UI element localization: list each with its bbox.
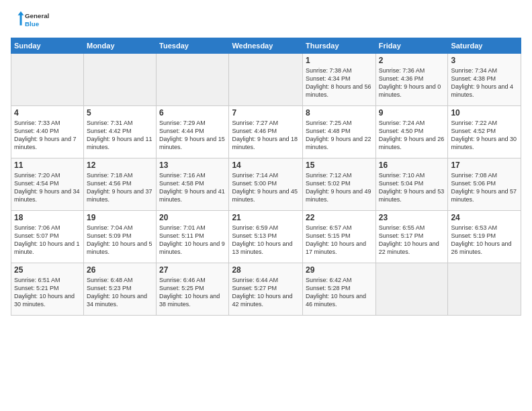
- day-number: 10: [451, 108, 518, 118]
- day-number: 28: [232, 265, 300, 275]
- calendar-cell: [229, 54, 303, 106]
- day-detail: Sunrise: 7:27 AM Sunset: 4:46 PM Dayligh…: [232, 119, 300, 152]
- day-detail: Sunrise: 7:14 AM Sunset: 5:00 PM Dayligh…: [232, 171, 300, 204]
- day-detail: Sunrise: 6:57 AM Sunset: 5:15 PM Dayligh…: [306, 224, 373, 257]
- day-detail: Sunrise: 6:46 AM Sunset: 5:25 PM Dayligh…: [159, 276, 226, 309]
- day-detail: Sunrise: 6:59 AM Sunset: 5:13 PM Dayligh…: [232, 224, 300, 257]
- day-number: 13: [159, 161, 226, 170]
- day-number: 18: [14, 213, 81, 222]
- day-number: 21: [232, 213, 300, 222]
- calendar-cell: [83, 54, 156, 106]
- day-detail: Sunrise: 7:16 AM Sunset: 4:58 PM Dayligh…: [159, 171, 226, 204]
- day-detail: Sunrise: 7:33 AM Sunset: 4:40 PM Dayligh…: [14, 119, 81, 152]
- day-detail: Sunrise: 7:08 AM Sunset: 5:06 PM Dayligh…: [451, 171, 518, 204]
- calendar-cell: 26Sunrise: 6:48 AM Sunset: 5:23 PM Dayli…: [83, 263, 156, 316]
- day-number: 4: [14, 108, 81, 118]
- calendar-cell: 5Sunrise: 7:31 AM Sunset: 4:42 PM Daylig…: [83, 106, 156, 158]
- day-number: 3: [451, 56, 518, 65]
- calendar-cell: 21Sunrise: 6:59 AM Sunset: 5:13 PM Dayli…: [229, 211, 303, 263]
- calendar-cell: 4Sunrise: 7:33 AM Sunset: 4:40 PM Daylig…: [11, 106, 84, 158]
- logo: General Blue: [11, 8, 51, 34]
- calendar-cell: 3Sunrise: 7:34 AM Sunset: 4:38 PM Daylig…: [448, 54, 521, 106]
- calendar-cell: [157, 54, 229, 106]
- calendar-cell: 8Sunrise: 7:25 AM Sunset: 4:48 PM Daylig…: [303, 106, 376, 158]
- calendar-table: SundayMondayTuesdayWednesdayThursdayFrid…: [11, 38, 521, 316]
- calendar-cell: 2Sunrise: 7:36 AM Sunset: 4:36 PM Daylig…: [375, 54, 448, 106]
- calendar-cell: 22Sunrise: 6:57 AM Sunset: 5:15 PM Dayli…: [303, 211, 376, 263]
- calendar-cell: [448, 263, 521, 316]
- calendar-day-header: Wednesday: [229, 38, 303, 54]
- calendar-cell: [11, 54, 84, 106]
- calendar-week-row: 1Sunrise: 7:38 AM Sunset: 4:34 PM Daylig…: [11, 54, 521, 106]
- day-detail: Sunrise: 6:51 AM Sunset: 5:21 PM Dayligh…: [14, 276, 81, 309]
- svg-text:Blue: Blue: [25, 20, 40, 28]
- day-detail: Sunrise: 7:34 AM Sunset: 4:38 PM Dayligh…: [451, 66, 518, 99]
- day-number: 17: [451, 161, 518, 170]
- day-number: 26: [87, 265, 153, 275]
- calendar-day-header: Saturday: [448, 38, 521, 54]
- calendar-cell: 11Sunrise: 7:20 AM Sunset: 4:54 PM Dayli…: [11, 158, 84, 211]
- day-number: 12: [87, 161, 153, 170]
- calendar-cell: 12Sunrise: 7:18 AM Sunset: 4:56 PM Dayli…: [83, 158, 156, 211]
- calendar-cell: 16Sunrise: 7:10 AM Sunset: 5:04 PM Dayli…: [375, 158, 448, 211]
- calendar-day-header: Tuesday: [157, 38, 229, 54]
- calendar-cell: 13Sunrise: 7:16 AM Sunset: 4:58 PM Dayli…: [157, 158, 229, 211]
- day-detail: Sunrise: 7:31 AM Sunset: 4:42 PM Dayligh…: [87, 119, 153, 152]
- calendar-header-row: SundayMondayTuesdayWednesdayThursdayFrid…: [11, 38, 521, 54]
- calendar-cell: 25Sunrise: 6:51 AM Sunset: 5:21 PM Dayli…: [11, 263, 84, 316]
- calendar-week-row: 4Sunrise: 7:33 AM Sunset: 4:40 PM Daylig…: [11, 106, 521, 158]
- calendar-cell: 17Sunrise: 7:08 AM Sunset: 5:06 PM Dayli…: [448, 158, 521, 211]
- day-number: 20: [159, 213, 226, 222]
- day-detail: Sunrise: 7:20 AM Sunset: 4:54 PM Dayligh…: [14, 171, 81, 204]
- day-number: 19: [87, 213, 153, 222]
- calendar-day-header: Friday: [375, 38, 448, 54]
- day-detail: Sunrise: 7:36 AM Sunset: 4:36 PM Dayligh…: [379, 66, 445, 99]
- day-number: 15: [306, 161, 373, 170]
- calendar-cell: 24Sunrise: 6:53 AM Sunset: 5:19 PM Dayli…: [448, 211, 521, 263]
- day-number: 6: [159, 108, 226, 118]
- day-number: 24: [451, 213, 518, 222]
- calendar-day-header: Sunday: [11, 38, 84, 54]
- calendar-day-header: Monday: [83, 38, 156, 54]
- day-number: 16: [379, 161, 445, 170]
- day-number: 8: [306, 108, 373, 118]
- calendar-week-row: 18Sunrise: 7:06 AM Sunset: 5:07 PM Dayli…: [11, 211, 521, 263]
- day-number: 9: [379, 108, 445, 118]
- day-detail: Sunrise: 7:04 AM Sunset: 5:09 PM Dayligh…: [87, 224, 153, 257]
- calendar-cell: 1Sunrise: 7:38 AM Sunset: 4:34 PM Daylig…: [303, 54, 376, 106]
- calendar-cell: [375, 263, 448, 316]
- day-detail: Sunrise: 7:06 AM Sunset: 5:07 PM Dayligh…: [14, 224, 81, 257]
- calendar-cell: 28Sunrise: 6:44 AM Sunset: 5:27 PM Dayli…: [229, 263, 303, 316]
- calendar-body: 1Sunrise: 7:38 AM Sunset: 4:34 PM Daylig…: [11, 54, 521, 316]
- day-number: 11: [14, 161, 81, 170]
- page: General Blue SundayMondayTuesdayWednesda…: [0, 0, 532, 321]
- header-area: General Blue: [11, 8, 521, 34]
- calendar-cell: 20Sunrise: 7:01 AM Sunset: 5:11 PM Dayli…: [157, 211, 229, 263]
- day-number: 23: [379, 213, 445, 222]
- svg-text:General: General: [25, 12, 50, 19]
- calendar-cell: 15Sunrise: 7:12 AM Sunset: 5:02 PM Dayli…: [303, 158, 376, 211]
- day-detail: Sunrise: 6:48 AM Sunset: 5:23 PM Dayligh…: [87, 276, 153, 309]
- day-number: 25: [14, 265, 81, 275]
- day-number: 7: [232, 108, 300, 118]
- day-detail: Sunrise: 6:44 AM Sunset: 5:27 PM Dayligh…: [232, 276, 300, 309]
- day-detail: Sunrise: 7:18 AM Sunset: 4:56 PM Dayligh…: [87, 171, 153, 204]
- day-number: 2: [379, 56, 445, 65]
- calendar-day-header: Thursday: [303, 38, 376, 54]
- calendar-cell: 7Sunrise: 7:27 AM Sunset: 4:46 PM Daylig…: [229, 106, 303, 158]
- day-detail: Sunrise: 7:22 AM Sunset: 4:52 PM Dayligh…: [451, 119, 518, 152]
- day-detail: Sunrise: 7:01 AM Sunset: 5:11 PM Dayligh…: [159, 224, 226, 257]
- svg-marker-2: [18, 11, 24, 26]
- day-number: 14: [232, 161, 300, 170]
- calendar-cell: 29Sunrise: 6:42 AM Sunset: 5:28 PM Dayli…: [303, 263, 376, 316]
- calendar-cell: 10Sunrise: 7:22 AM Sunset: 4:52 PM Dayli…: [448, 106, 521, 158]
- day-detail: Sunrise: 6:55 AM Sunset: 5:17 PM Dayligh…: [379, 224, 445, 257]
- day-number: 5: [87, 108, 153, 118]
- day-detail: Sunrise: 7:29 AM Sunset: 4:44 PM Dayligh…: [159, 119, 226, 152]
- day-detail: Sunrise: 6:42 AM Sunset: 5:28 PM Dayligh…: [306, 276, 373, 309]
- calendar-cell: 9Sunrise: 7:24 AM Sunset: 4:50 PM Daylig…: [375, 106, 448, 158]
- calendar-cell: 14Sunrise: 7:14 AM Sunset: 5:00 PM Dayli…: [229, 158, 303, 211]
- day-number: 22: [306, 213, 373, 222]
- day-detail: Sunrise: 7:25 AM Sunset: 4:48 PM Dayligh…: [306, 119, 373, 152]
- day-detail: Sunrise: 7:10 AM Sunset: 5:04 PM Dayligh…: [379, 171, 445, 204]
